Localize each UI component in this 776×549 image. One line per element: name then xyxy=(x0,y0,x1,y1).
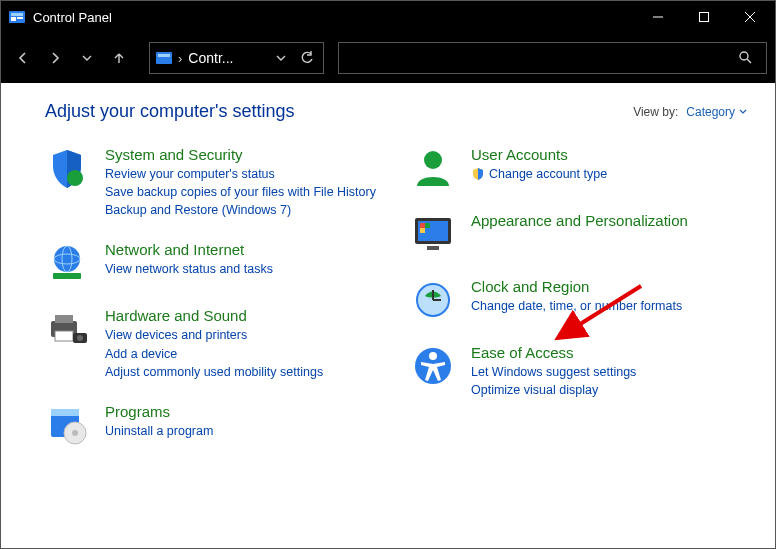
address-bar[interactable]: › Contr... xyxy=(149,42,324,74)
maximize-button[interactable] xyxy=(681,1,727,33)
svg-rect-31 xyxy=(425,223,430,228)
refresh-button[interactable] xyxy=(297,51,317,65)
shield-icon[interactable] xyxy=(45,146,89,190)
navbar: › Contr... xyxy=(1,33,775,83)
cat-link[interactable]: View network status and tasks xyxy=(105,260,273,278)
cat-link[interactable]: Uninstall a program xyxy=(105,422,213,440)
cat-link[interactable]: Backup and Restore (Windows 7) xyxy=(105,201,376,219)
cat-link[interactable]: View devices and printers xyxy=(105,326,323,344)
cat-ease-of-access: Ease of Access Let Windows suggest setti… xyxy=(411,344,747,399)
svg-rect-19 xyxy=(55,331,73,341)
link-text: Change account type xyxy=(489,165,607,183)
svg-rect-1 xyxy=(11,13,23,16)
svg-line-11 xyxy=(747,59,751,63)
svg-rect-33 xyxy=(425,228,430,233)
svg-rect-8 xyxy=(156,52,172,64)
breadcrumb-icon xyxy=(156,50,172,66)
cat-link[interactable]: Change account type xyxy=(471,165,607,183)
cat-title[interactable]: Appearance and Personalization xyxy=(471,212,688,229)
titlebar: Control Panel xyxy=(1,1,775,33)
shield-badge-icon xyxy=(471,167,485,181)
svg-rect-23 xyxy=(51,409,79,416)
window-controls xyxy=(635,1,773,33)
cat-network: Network and Internet View network status… xyxy=(45,241,381,285)
cat-title[interactable]: Ease of Access xyxy=(471,344,636,361)
content-area: Adjust your computer's settings View by:… xyxy=(1,83,775,548)
svg-point-12 xyxy=(67,170,83,186)
page-title: Adjust your computer's settings xyxy=(45,101,295,122)
cat-title[interactable]: Clock and Region xyxy=(471,278,682,295)
minimize-button[interactable] xyxy=(635,1,681,33)
cat-link[interactable]: Optimize visual display xyxy=(471,381,636,399)
right-column: User Accounts Change account type Appear… xyxy=(411,146,747,447)
svg-rect-3 xyxy=(17,17,23,19)
svg-rect-5 xyxy=(700,13,709,22)
svg-point-26 xyxy=(424,151,442,169)
svg-rect-16 xyxy=(53,273,81,279)
globe-icon[interactable] xyxy=(45,241,89,285)
cat-user-accounts: User Accounts Change account type xyxy=(411,146,747,190)
category-columns: System and Security Review your computer… xyxy=(45,146,747,447)
search-box[interactable] xyxy=(338,42,767,74)
svg-rect-32 xyxy=(420,228,425,233)
recent-dropdown[interactable] xyxy=(73,44,101,72)
content-header: Adjust your computer's settings View by:… xyxy=(45,101,747,122)
view-by-value: Category xyxy=(686,105,735,119)
view-by-label: View by: xyxy=(633,105,678,119)
clock-icon[interactable] xyxy=(411,278,455,322)
cat-link[interactable]: Save backup copies of your files with Fi… xyxy=(105,183,376,201)
cat-title[interactable]: System and Security xyxy=(105,146,376,163)
svg-point-21 xyxy=(77,335,83,341)
search-icon xyxy=(738,50,752,67)
programs-icon[interactable] xyxy=(45,403,89,447)
svg-rect-18 xyxy=(55,315,73,323)
accessibility-icon[interactable] xyxy=(411,344,455,388)
cat-link[interactable]: Adjust commonly used mobility settings xyxy=(105,363,323,381)
printer-icon[interactable] xyxy=(45,307,89,351)
cat-hardware: Hardware and Sound View devices and prin… xyxy=(45,307,381,380)
forward-button[interactable] xyxy=(41,44,69,72)
cat-system-security: System and Security Review your computer… xyxy=(45,146,381,219)
cat-clock-region: Clock and Region Change date, time, or n… xyxy=(411,278,747,322)
left-column: System and Security Review your computer… xyxy=(45,146,381,447)
cat-link[interactable]: Change date, time, or number formats xyxy=(471,297,682,315)
monitor-icon[interactable] xyxy=(411,212,455,256)
breadcrumb-sep: › xyxy=(178,51,182,66)
cat-link[interactable]: Review your computer's status xyxy=(105,165,376,183)
svg-rect-9 xyxy=(158,54,170,57)
svg-rect-2 xyxy=(11,17,16,21)
cat-appearance: Appearance and Personalization xyxy=(411,212,747,256)
svg-point-13 xyxy=(54,246,80,272)
up-button[interactable] xyxy=(105,44,133,72)
window: Control Panel › Contr... Adjust your com… xyxy=(0,0,776,549)
control-panel-icon xyxy=(9,9,25,25)
cat-title[interactable]: Hardware and Sound xyxy=(105,307,323,324)
svg-rect-34 xyxy=(427,246,439,250)
chevron-down-icon xyxy=(739,108,747,116)
svg-rect-30 xyxy=(420,223,425,228)
svg-point-25 xyxy=(72,430,78,436)
back-button[interactable] xyxy=(9,44,37,72)
view-by-dropdown[interactable]: Category xyxy=(686,105,747,119)
svg-point-10 xyxy=(740,52,748,60)
window-title: Control Panel xyxy=(33,10,635,25)
cat-link[interactable]: Add a device xyxy=(105,345,323,363)
cat-title[interactable]: User Accounts xyxy=(471,146,607,163)
svg-point-40 xyxy=(429,352,437,360)
view-by: View by: Category xyxy=(633,105,747,119)
cat-title[interactable]: Network and Internet xyxy=(105,241,273,258)
close-button[interactable] xyxy=(727,1,773,33)
breadcrumb-dropdown[interactable] xyxy=(271,53,291,63)
user-icon[interactable] xyxy=(411,146,455,190)
cat-link[interactable]: Let Windows suggest settings xyxy=(471,363,636,381)
breadcrumb-text[interactable]: Contr... xyxy=(188,50,265,66)
cat-programs: Programs Uninstall a program xyxy=(45,403,381,447)
cat-title[interactable]: Programs xyxy=(105,403,213,420)
